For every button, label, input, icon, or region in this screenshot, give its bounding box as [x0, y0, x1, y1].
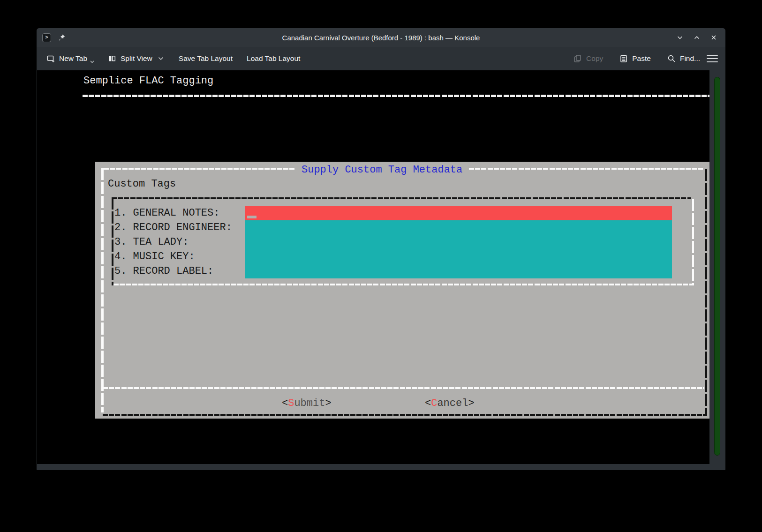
- copy-icon: [573, 54, 582, 63]
- window-bottom-frame: [37, 464, 725, 470]
- dialog-border-right: [705, 169, 707, 416]
- find-button[interactable]: Find...: [664, 50, 703, 67]
- split-view-button[interactable]: Split View: [105, 50, 166, 67]
- new-tab-label: New Tab: [59, 54, 87, 63]
- field-label-general-notes: 1. GENERAL NOTES:: [114, 206, 219, 220]
- form-box-border-bottom: [113, 284, 694, 285]
- scrollbar-thumb[interactable]: [714, 77, 720, 456]
- dialog-border-bottom: [103, 414, 707, 416]
- terminal-view[interactable]: Semplice FLAC Tagging Supply Custom Tag …: [37, 70, 709, 464]
- form-box-border-top: [112, 197, 691, 199]
- form-title: Custom Tags: [108, 177, 176, 191]
- save-tab-layout-button[interactable]: Save Tab Layout: [176, 50, 235, 67]
- terminal-header-text: Semplice FLAC Tagging: [83, 74, 213, 88]
- split-view-icon: [107, 54, 117, 63]
- toolbar: New Tab Split View Save Tab Layout Lo: [37, 47, 725, 70]
- submit-button[interactable]: <Submit>: [282, 397, 332, 411]
- close-button[interactable]: [708, 31, 720, 44]
- minimize-button[interactable]: [674, 31, 686, 44]
- scrollbar-track[interactable]: [709, 70, 725, 464]
- load-tab-layout-label: Load Tab Layout: [247, 54, 300, 63]
- form-box-border-right: [692, 199, 694, 285]
- new-tab-button[interactable]: New Tab: [43, 50, 97, 67]
- dialog-border-top-left: [104, 168, 295, 170]
- cancel-button[interactable]: <Cancel>: [425, 397, 475, 411]
- konsole-app-icon: >: [42, 33, 51, 42]
- save-tab-layout-label: Save Tab Layout: [179, 54, 233, 63]
- paste-button[interactable]: Paste: [616, 50, 654, 67]
- paste-icon: [619, 54, 628, 63]
- pin-icon[interactable]: [58, 34, 66, 42]
- field-label-music-key: 4. MUSIC KEY:: [114, 249, 195, 264]
- copy-button: Copy: [570, 50, 606, 67]
- terminal-header-rule: [83, 95, 725, 97]
- field-label-record-label: 5. RECORD LABEL:: [114, 264, 213, 278]
- dialog-border-top-right: [469, 168, 704, 170]
- load-tab-layout-button[interactable]: Load Tab Layout: [244, 50, 303, 67]
- window-title: Canadian Carnival Overture (Bedford - 19…: [37, 34, 725, 42]
- form-box-border-left: [112, 197, 113, 285]
- input-general-notes[interactable]: [245, 206, 672, 220]
- field-label-tea-lady: 3. TEA LADY:: [114, 235, 189, 249]
- new-tab-menu-chevron-icon[interactable]: [90, 60, 94, 63]
- dialog-border-left: [101, 168, 104, 412]
- text-cursor: [247, 216, 257, 218]
- paste-label: Paste: [632, 54, 651, 63]
- split-view-chevron-icon[interactable]: [158, 57, 164, 60]
- find-label: Find...: [680, 54, 700, 63]
- hamburger-menu-icon[interactable]: [707, 55, 718, 63]
- button-row-separator: [103, 387, 704, 389]
- split-view-label: Split View: [121, 54, 152, 63]
- maximize-button[interactable]: [691, 31, 703, 44]
- konsole-window: > Canadian Carnival Overture (Bedford - …: [37, 28, 725, 470]
- titlebar[interactable]: > Canadian Carnival Overture (Bedford - …: [37, 28, 725, 47]
- new-tab-icon: [46, 54, 55, 63]
- copy-label: Copy: [586, 54, 603, 63]
- dialog-title: Supply Custom Tag Metadata: [302, 163, 462, 177]
- search-icon: [667, 54, 676, 63]
- field-label-record-engineer: 2. RECORD ENGINEER:: [114, 220, 232, 235]
- tag-metadata-dialog: Supply Custom Tag Metadata Custom Tags 1…: [95, 162, 710, 419]
- input-fields-inactive[interactable]: [245, 220, 672, 278]
